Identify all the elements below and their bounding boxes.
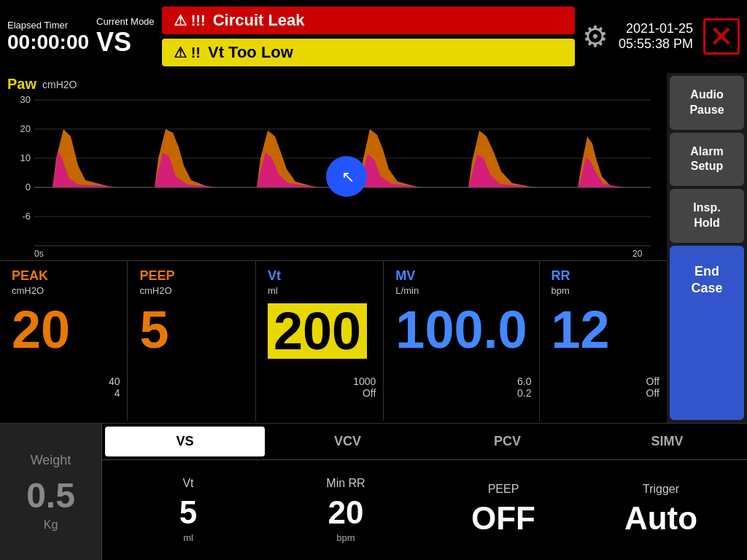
param-vt-label: Vt xyxy=(182,477,193,490)
alarms-section: ⚠ !!! Circuit Leak ⚠ !! Vt Too Low xyxy=(162,7,575,66)
mv-value: 100.0 xyxy=(395,303,527,356)
close-icon[interactable]: ✕ xyxy=(703,18,740,55)
insp-hold-button[interactable]: Insp. Hold xyxy=(670,189,744,243)
mv-sub-1: 0.2 xyxy=(517,387,531,399)
mv-sub-0: 6.0 xyxy=(517,376,531,387)
main-area: Paw cmH2O 30 20 10 0 -6 0s 20 xyxy=(0,73,747,423)
param-trigger-value: Auto xyxy=(624,500,697,537)
peep-label: PEEP xyxy=(139,268,174,284)
chart-title: Paw xyxy=(7,76,36,93)
chart-cursor: ↖ xyxy=(326,156,367,197)
alarm-yellow-icon: ⚠ !! xyxy=(174,44,201,61)
vt-label: Vt xyxy=(268,268,281,284)
alarm-yellow-text: Vt Too Low xyxy=(208,43,293,62)
svg-text:20: 20 xyxy=(20,123,31,134)
mv-label: MV xyxy=(395,268,415,284)
param-trigger: Trigger Auto xyxy=(582,477,740,544)
alarm-red-text: Circuit Leak xyxy=(213,11,305,30)
param-trigger-label: Trigger xyxy=(643,483,679,496)
bottom-section: Weight 0.5 Kg VS VCV PCV SIMV Vt 5 ml Mi… xyxy=(0,423,747,560)
tab-vcv[interactable]: VCV xyxy=(268,424,427,459)
metric-peak: PEAK cmH2O 20 40 4 xyxy=(0,261,128,421)
audio-pause-button[interactable]: Audio Pause xyxy=(670,76,744,130)
svg-text:0: 0 xyxy=(26,182,31,192)
settings-icon[interactable]: ⚙ xyxy=(582,20,608,53)
param-peep-value: OFF xyxy=(471,500,535,537)
rr-value: 12 xyxy=(551,303,610,356)
time-display: 05:55:38 PM xyxy=(619,36,693,52)
param-peep: PEEP OFF xyxy=(425,477,582,544)
peak-value: 20 xyxy=(12,303,70,356)
rr-unit: bpm xyxy=(551,285,570,296)
vt-value: 200 xyxy=(268,303,367,359)
peak-unit: cmH2O xyxy=(12,285,44,296)
peak-sub-1: 4 xyxy=(115,387,120,399)
chart-unit: cmH2O xyxy=(42,79,77,90)
mode-section: Current Mode VS xyxy=(96,16,155,58)
param-minrr-value: 20 xyxy=(328,494,364,531)
svg-text:-6: -6 xyxy=(22,211,31,222)
metric-mv: MV L/min 100.0 6.0 0.2 xyxy=(384,261,539,421)
mode-value: VS xyxy=(96,27,131,58)
mv-unit: L/min xyxy=(395,285,419,296)
vt-unit: ml xyxy=(268,285,278,296)
cursor-arrow-icon: ↖ xyxy=(341,168,355,187)
modes-params: Vt 5 ml Min RR 20 bpm PEEP OFF Trigger A… xyxy=(102,460,747,560)
svg-text:30: 30 xyxy=(20,94,31,105)
peep-unit: cmH2O xyxy=(139,285,171,296)
rr-sub-0: Off xyxy=(646,376,659,387)
rr-label: RR xyxy=(551,268,570,284)
metrics-row: PEAK cmH2O 20 40 4 PEEP cmH2O 5 Vt ml 20… xyxy=(0,260,667,421)
alarm-vt-too-low[interactable]: ⚠ !! Vt Too Low xyxy=(162,39,575,66)
svg-text:0s: 0s xyxy=(34,249,44,259)
weight-unit: Kg xyxy=(44,518,58,532)
elapsed-label: Elapsed Timer xyxy=(7,20,68,31)
param-minrr: Min RR 20 bpm xyxy=(267,471,425,549)
param-vt-value: 5 xyxy=(179,494,197,531)
svg-text:20: 20 xyxy=(632,249,643,259)
chart-wrap: 30 20 10 0 -6 0s 20 xyxy=(7,93,659,260)
mv-sub: 6.0 0.2 xyxy=(517,376,531,399)
vt-sub: 1000 Off xyxy=(353,376,376,399)
end-case-button[interactable]: End Case xyxy=(670,246,744,420)
weight-label: Weight xyxy=(31,453,71,468)
vt-sub-1: Off xyxy=(363,387,376,399)
rr-sub-1: Off xyxy=(646,387,659,399)
right-sidebar: Audio Pause Alarm Setup Insp. Hold End C… xyxy=(667,73,747,423)
metric-peep: PEEP cmH2O 5 xyxy=(128,261,255,421)
datetime-section: 2021-01-25 05:55:38 PM xyxy=(619,21,693,52)
elapsed-section: Elapsed Timer 00:00:00 xyxy=(7,20,89,54)
modes-tabs: VS VCV PCV SIMV xyxy=(102,424,747,460)
peep-value: 5 xyxy=(139,303,169,356)
param-vt-unit: ml xyxy=(183,532,193,543)
alarm-red-icon: ⚠ !!! xyxy=(174,12,206,29)
alarm-circuit-leak[interactable]: ⚠ !!! Circuit Leak xyxy=(162,7,575,34)
chart-header: Paw cmH2O xyxy=(0,73,667,93)
elapsed-time: 00:00:00 xyxy=(7,31,89,54)
tab-pcv[interactable]: PCV xyxy=(427,424,587,459)
peak-label: PEAK xyxy=(12,268,48,284)
param-minrr-unit: bpm xyxy=(336,532,355,543)
vt-sub-0: 1000 xyxy=(353,376,376,387)
param-peep-label: PEEP xyxy=(488,483,519,496)
metric-rr: RR bpm 12 Off Off xyxy=(540,261,667,421)
mode-label: Current Mode xyxy=(96,16,154,27)
metric-vt: Vt ml 200 1000 Off xyxy=(256,261,384,421)
peak-sub: 40 4 xyxy=(109,376,120,399)
chart-container: Paw cmH2O 30 20 10 0 -6 0s 20 xyxy=(0,73,667,423)
weight-panel: Weight 0.5 Kg xyxy=(0,424,102,560)
tab-vs[interactable]: VS xyxy=(105,427,265,456)
top-right: ⚙ 2021-01-25 05:55:38 PM ✕ xyxy=(582,18,740,55)
tab-simv[interactable]: SIMV xyxy=(587,424,747,459)
modes-panel: VS VCV PCV SIMV Vt 5 ml Min RR 20 bpm PE… xyxy=(102,424,747,560)
alarm-setup-button[interactable]: Alarm Setup xyxy=(670,133,744,187)
rr-sub: Off Off xyxy=(646,376,659,399)
top-bar: Elapsed Timer 00:00:00 Current Mode VS ⚠… xyxy=(0,0,747,73)
peak-sub-0: 40 xyxy=(109,376,120,387)
param-vt: Vt 5 ml xyxy=(109,471,267,549)
svg-text:10: 10 xyxy=(20,152,31,163)
param-minrr-label: Min RR xyxy=(326,477,365,490)
weight-value: 0.5 xyxy=(26,475,75,516)
date-display: 2021-01-25 xyxy=(626,21,693,36)
